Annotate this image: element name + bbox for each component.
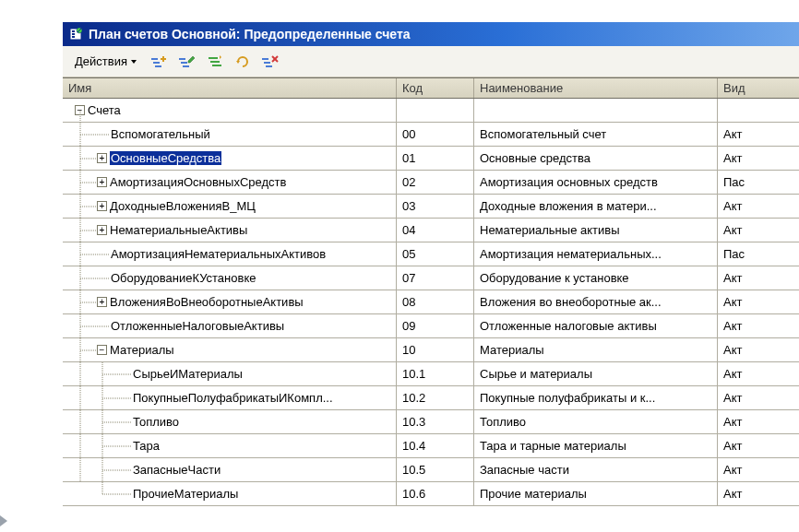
cell-name: АмортизацияНематериальныхАктивов: [63, 242, 397, 266]
expand-icon[interactable]: +: [97, 201, 107, 211]
svg-rect-11: [179, 58, 185, 60]
column-header-code[interactable]: Код: [397, 78, 474, 98]
cell-type: Акт: [718, 219, 799, 242]
svg-rect-15: [209, 57, 218, 59]
cell-code: [397, 99, 474, 122]
tree-node-label[interactable]: Счета: [88, 103, 121, 117]
table-row[interactable]: +НематериальныеАктивы04Нематериальные ак…: [63, 219, 799, 242]
table-row[interactable]: ЗапасныеЧасти10.5Запасные частиАкт: [63, 458, 799, 482]
cell-code: 04: [397, 219, 474, 242]
table-row[interactable]: +ДоходныеВложенияВ_МЦ03Доходные вложения…: [63, 195, 799, 219]
column-header-name[interactable]: Имя: [63, 78, 397, 98]
tree-node-label[interactable]: АмортизацияОсновныхСредств: [110, 175, 286, 189]
cell-desc: Прочие материалы: [474, 482, 718, 505]
table-row[interactable]: СырьеИМатериалы10.1Сырье и материалыАкт: [63, 362, 799, 386]
cell-name: Топливо: [63, 410, 397, 433]
cell-type: Акт: [718, 338, 799, 361]
tree-node-label[interactable]: ПокупныеПолуфабрикатыИКомпл...: [133, 391, 333, 405]
table-row[interactable]: ОтложенныеНалоговыеАктивы09Отложенные на…: [63, 314, 799, 338]
svg-marker-19: [236, 61, 240, 64]
collapse-icon[interactable]: −: [97, 345, 107, 355]
actions-dropdown[interactable]: Действия: [68, 52, 143, 71]
delete-item-icon[interactable]: [259, 51, 281, 73]
decorative-arrow-icon: [0, 515, 7, 526]
svg-rect-2: [72, 33, 75, 35]
tree-node-label[interactable]: ЗапасныеЧасти: [133, 463, 221, 477]
table-row[interactable]: +ВложенияВоВнеоборотныеАктивы08Вложения …: [63, 290, 799, 314]
cell-type: Акт: [718, 386, 799, 409]
accounts-grid: Имя Код Наименование Вид −СчетаВспомогат…: [63, 77, 799, 506]
cell-code: 10.4: [397, 434, 474, 457]
tree-node-label[interactable]: ОсновныеСредства: [110, 151, 221, 165]
cell-name: ЗапасныеЧасти: [63, 458, 397, 481]
svg-marker-14: [188, 56, 195, 63]
edit-item-icon[interactable]: [176, 51, 198, 73]
tree-node-label[interactable]: ДоходныеВложенияВ_МЦ: [110, 199, 256, 213]
table-row[interactable]: +ОсновныеСредства01Основные средстваАкт: [63, 147, 799, 171]
tree-node-label[interactable]: Вспомогательный: [111, 127, 210, 141]
grid-header: Имя Код Наименование Вид: [63, 78, 799, 99]
svg-rect-3: [72, 36, 75, 38]
cell-code: 10.3: [397, 410, 474, 433]
svg-rect-6: [151, 58, 158, 60]
expand-icon[interactable]: +: [97, 177, 107, 187]
tree-node-label[interactable]: АмортизацияНематериальныхАктивов: [111, 247, 326, 261]
cell-type: Акт: [718, 195, 799, 218]
tree-node-label[interactable]: СырьеИМатериалы: [133, 367, 243, 381]
cell-code: 00: [397, 123, 474, 146]
expand-icon[interactable]: +: [97, 153, 107, 163]
add-item-icon[interactable]: [149, 51, 171, 73]
tree-node-label[interactable]: НематериальныеАктивы: [110, 223, 247, 237]
tree-node-label[interactable]: ВложенияВоВнеоборотныеАктивы: [110, 295, 304, 309]
table-row[interactable]: −Материалы10МатериалыАкт: [63, 338, 799, 362]
expand-icon[interactable]: +: [97, 297, 107, 307]
tree-node-label[interactable]: ПрочиеМатериалы: [133, 487, 238, 501]
cell-type: Акт: [718, 434, 799, 457]
actions-label: Действия: [75, 54, 127, 68]
refresh-icon[interactable]: [232, 51, 254, 73]
cell-desc: Основные средства: [474, 147, 718, 170]
table-row[interactable]: АмортизацияНематериальныхАктивов05Аморти…: [63, 242, 799, 266]
main-window: План счетов Основной: Предопределенные с…: [63, 22, 799, 506]
tree-node-label[interactable]: Материалы: [110, 343, 174, 357]
column-header-desc[interactable]: Наименование: [474, 78, 718, 98]
cell-type: Акт: [718, 314, 799, 337]
expand-icon[interactable]: +: [97, 225, 107, 235]
table-row[interactable]: ПрочиеМатериалы10.6Прочие материалыАкт: [63, 482, 799, 506]
svg-rect-1: [72, 30, 75, 32]
cell-type: Акт: [718, 410, 799, 433]
svg-rect-20: [262, 58, 268, 60]
table-row[interactable]: Тара10.4Тара и тарные материалыАкт: [63, 434, 799, 458]
add-group-icon[interactable]: [204, 51, 226, 73]
cell-type: Акт: [718, 458, 799, 481]
cell-type: Акт: [718, 123, 799, 146]
column-header-type[interactable]: Вид: [718, 78, 799, 98]
collapse-icon[interactable]: −: [75, 105, 85, 115]
svg-rect-8: [155, 65, 161, 67]
cell-name: +ОсновныеСредства: [63, 147, 397, 170]
tree-node-label[interactable]: Топливо: [133, 415, 179, 429]
cell-desc: Покупные полуфабрикаты и к...: [474, 386, 718, 409]
svg-marker-18: [220, 55, 221, 59]
tree-node-label[interactable]: Тара: [133, 439, 160, 453]
table-row[interactable]: ПокупныеПолуфабрикатыИКомпл...10.2Покупн…: [63, 386, 799, 410]
cell-name: +ВложенияВоВнеоборотныеАктивы: [63, 290, 397, 313]
cell-desc: Амортизация нематериальных...: [474, 242, 718, 266]
cell-desc: Сырье и материалы: [474, 362, 718, 385]
table-row[interactable]: +АмортизацияОсновныхСредств02Амортизация…: [63, 171, 799, 195]
cell-type: Акт: [718, 362, 799, 385]
table-row[interactable]: −Счета: [63, 99, 799, 123]
table-row[interactable]: ОборудованиеКУстановке07Оборудование к у…: [63, 266, 799, 290]
grid-body: −СчетаВспомогательный00Вспомогательный с…: [63, 99, 799, 506]
table-row[interactable]: Вспомогательный00Вспомогательный счетАкт: [63, 123, 799, 147]
cell-name: ПокупныеПолуфабрикатыИКомпл...: [63, 386, 397, 409]
cell-code: 10.1: [397, 362, 474, 385]
cell-code: 09: [397, 314, 474, 337]
table-row[interactable]: Топливо10.3ТопливоАкт: [63, 410, 799, 434]
tree-node-label[interactable]: ОтложенныеНалоговыеАктивы: [111, 319, 284, 333]
svg-rect-7: [153, 62, 160, 64]
cell-code: 02: [397, 171, 474, 194]
svg-rect-12: [181, 62, 187, 64]
tree-node-label[interactable]: ОборудованиеКУстановке: [111, 271, 256, 285]
cell-name: −Счета: [63, 99, 397, 122]
